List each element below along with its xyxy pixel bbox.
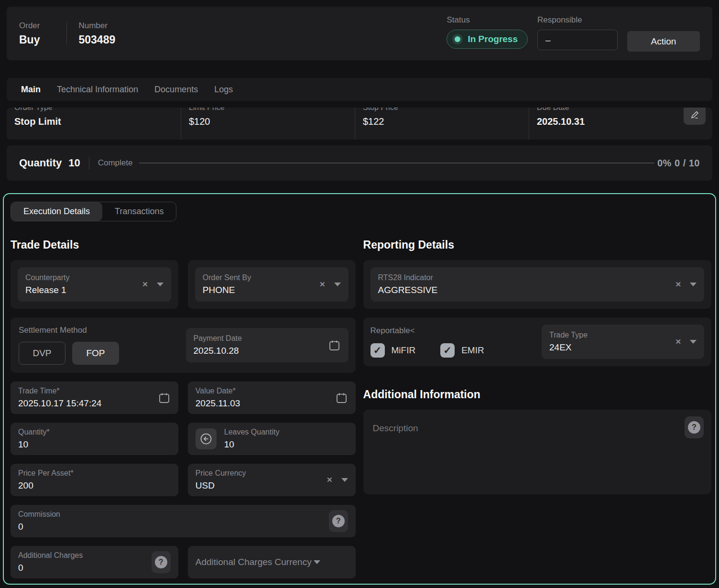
emir-label: EMIR [461,345,484,356]
additional-charges-currency-label: Additional Charges Currency [196,557,312,567]
responsible-label: Responsible [537,15,618,25]
trade-time-field[interactable]: Trade Time* 2025.10.17 15:47:24 [11,381,178,414]
settlement-dvp-button[interactable]: DVP [19,342,65,365]
status-badge[interactable]: In Progress [447,30,528,49]
chevron-down-icon[interactable] [334,283,341,286]
additional-charges-help-button[interactable]: ? [152,551,171,573]
counterparty-card: Counterparty Release 1 ✕ [11,260,178,309]
execution-tab-group: Execution Details Transactions [11,202,176,221]
clear-icon[interactable]: ✕ [675,280,681,289]
order-header: Order Buy Number 503489 Status In Progre… [7,7,712,60]
settlement-method-label: Settlement Method [19,326,185,335]
progress-text: 0% 0 / 10 [657,158,700,169]
calendar-icon[interactable] [328,339,341,352]
tab-transactions[interactable]: Transactions [102,202,176,221]
clear-icon[interactable]: ✕ [327,476,333,484]
status-text: In Progress [468,34,518,44]
value-date-field[interactable]: Value Date* 2025.11.03 [188,381,356,414]
commission-label: Commission [18,510,329,519]
calendar-icon[interactable] [158,392,171,404]
settlement-method-group: Settlement Method DVP FOP [18,325,186,366]
execution-panel: Execution Details Transactions Trade Det… [3,193,716,585]
price-per-asset-field[interactable]: Price Per Asset* 200 [11,464,178,496]
tab-documents[interactable]: Documents [154,85,198,95]
limit-price-label: Limit Price [189,108,355,112]
reportable-label: Reportable< [370,326,542,336]
tab-execution-details[interactable]: Execution Details [11,202,102,221]
reporting-details-heading: Reporting Details [363,239,711,251]
value-date-value: 2025.11.03 [196,397,335,409]
chevron-down-icon[interactable] [314,560,320,564]
arrow-left-circle-icon [199,432,213,446]
trade-time-value: 2025.10.17 15:47:24 [18,397,158,409]
summary-stop-price: Stop Price $122 [355,108,529,140]
copy-back-button[interactable] [196,428,217,449]
limit-price-value: $120 [189,115,355,128]
chevron-down-icon[interactable] [341,478,348,482]
mifir-label: MiFIR [392,345,416,356]
order-side-group: Order Buy [19,21,40,46]
reportable-group: Reportable< ✓ MiFIR ✓ EMIR [370,326,542,358]
mifir-checkbox[interactable]: ✓ MiFIR [370,343,416,358]
additional-charges-currency-field[interactable]: Additional Charges Currency [188,546,356,578]
quantity-label: Quantity [19,157,62,169]
checkbox-checked-icon: ✓ [440,343,455,358]
edit-button[interactable] [684,108,706,125]
trade-type-field[interactable]: Trade Type 24EX ✕ [542,325,704,359]
commission-help-button[interactable]: ? [329,510,348,532]
payment-date-field[interactable]: Payment Date 2025.10.28 [186,328,349,362]
leaves-quantity-field[interactable]: Leaves Quantity 10 [188,423,356,455]
quantity-field[interactable]: Quantity* 10 [11,423,178,455]
trade-type-value: 24EX [549,341,670,353]
additional-charges-field[interactable]: Additional Charges 0 ? [11,546,178,578]
counterparty-label: Counterparty [25,273,137,283]
clear-icon[interactable]: ✕ [675,338,681,346]
tab-main[interactable]: Main [21,85,41,95]
responsible-value: – [545,35,551,45]
value-date-label: Value Date* [196,386,335,396]
page: Order Buy Number 503489 Status In Progre… [0,0,719,585]
counterparty-field[interactable]: Counterparty Release 1 ✕ [18,267,171,302]
chevron-down-icon[interactable] [690,283,697,286]
description-field[interactable]: Description ? [363,410,711,494]
settlement-fop-button[interactable]: FOP [72,342,119,365]
settlement-card: Settlement Method DVP FOP Payment Date 2… [11,317,356,373]
quantity-progress-bar: Quantity 10 Complete 0% 0 / 10 [7,145,712,181]
order-sent-by-field[interactable]: Order Sent By PHONE ✕ [195,267,349,302]
chevron-down-icon[interactable] [157,283,163,286]
commission-field[interactable]: Commission 0 ? [11,505,356,537]
description-help-button[interactable]: ? [685,416,704,438]
price-currency-field[interactable]: Price Currency USD ✕ [188,464,356,496]
price-currency-value: USD [196,479,322,491]
order-sent-by-label: Order Sent By [203,273,315,283]
trade-type-label: Trade Type [549,330,670,340]
order-side-value: Buy [19,33,40,46]
question-icon: ? [688,421,700,434]
additional-charges-label: Additional Charges [18,551,152,560]
description-placeholder: Description [373,423,418,433]
quantity-field-value: 10 [18,438,171,450]
clear-icon[interactable]: ✕ [142,280,148,289]
action-button[interactable]: Action [627,31,700,52]
order-summary-row: Order Type Stop Limit Limit Price $120 S… [7,108,712,140]
order-number-label: Number [78,21,115,31]
tab-logs[interactable]: Logs [214,85,233,95]
emir-checkbox[interactable]: ✓ EMIR [440,343,484,358]
tab-technical-information[interactable]: Technical Information [57,85,138,95]
rts28-field[interactable]: RTS28 Indicator AGGRESSIVE ✕ [370,267,704,302]
quantity-divider [89,157,89,169]
responsible-group: Responsible – [537,15,618,50]
quantity-status: Complete [98,158,133,168]
chevron-down-icon[interactable] [690,340,697,344]
order-number-value: 503489 [78,33,115,46]
summary-due-date: Due Date 2025.10.31 [529,108,703,140]
calendar-icon[interactable] [335,392,348,404]
leaves-quantity-value: 10 [224,438,348,450]
responsible-field[interactable]: – [537,30,618,50]
price-per-asset-value: 200 [18,479,171,491]
rts28-label: RTS28 Indicator [378,273,671,283]
commission-value: 0 [18,521,329,533]
clear-icon[interactable]: ✕ [319,280,326,289]
trade-time-label: Trade Time* [18,386,158,396]
reporting-details-section: Reporting Details RTS28 Indicator AGGRES… [363,239,711,585]
